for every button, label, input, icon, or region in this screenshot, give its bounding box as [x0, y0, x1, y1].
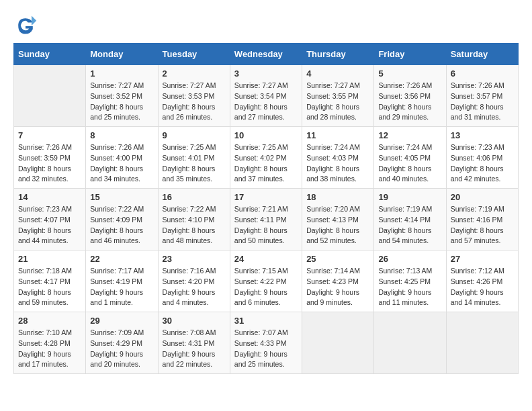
cell-content: Sunrise: 7:26 AM Sunset: 3:57 PM Dayligh… [451, 81, 514, 123]
header [13, 13, 519, 38]
day-number: 14 [18, 192, 81, 202]
cell-content: Sunrise: 7:26 AM Sunset: 3:56 PM Dayligh… [378, 81, 441, 123]
day-number: 21 [18, 254, 81, 264]
day-number: 1 [90, 68, 153, 79]
calendar-cell: 14 Sunrise: 7:23 AM Sunset: 4:07 PM Dayl… [14, 189, 86, 250]
logo [13, 13, 40, 38]
weekday-header-wednesday: Wednesday [230, 44, 302, 65]
calendar-cell: 9 Sunrise: 7:25 AM Sunset: 4:01 PM Dayli… [158, 127, 230, 189]
calendar-cell: 10 Sunrise: 7:25 AM Sunset: 4:02 PM Dayl… [230, 127, 302, 189]
cell-content: Sunrise: 7:13 AM Sunset: 4:25 PM Dayligh… [378, 266, 441, 308]
day-number: 23 [163, 254, 226, 264]
day-number: 31 [234, 316, 298, 326]
cell-content: Sunrise: 7:12 AM Sunset: 4:26 PM Dayligh… [451, 266, 514, 308]
week-row-5: 28 Sunrise: 7:10 AM Sunset: 4:28 PM Dayl… [14, 312, 519, 374]
calendar-cell: 31 Sunrise: 7:07 AM Sunset: 4:33 PM Dayl… [230, 312, 302, 374]
cell-content: Sunrise: 7:19 AM Sunset: 4:14 PM Dayligh… [378, 204, 441, 246]
calendar-cell: 25 Sunrise: 7:14 AM Sunset: 4:23 PM Dayl… [302, 250, 374, 312]
day-number: 15 [90, 192, 153, 202]
calendar-cell: 27 Sunrise: 7:12 AM Sunset: 4:26 PM Dayl… [446, 250, 518, 312]
calendar-cell: 23 Sunrise: 7:16 AM Sunset: 4:20 PM Dayl… [158, 250, 230, 312]
cell-content: Sunrise: 7:21 AM Sunset: 4:11 PM Dayligh… [234, 204, 298, 246]
calendar-table: SundayMondayTuesdayWednesdayThursdayFrid… [13, 43, 519, 374]
calendar-cell [446, 312, 518, 374]
calendar-cell: 11 Sunrise: 7:24 AM Sunset: 4:03 PM Dayl… [302, 127, 374, 189]
svg-marker-0 [32, 16, 36, 26]
week-row-2: 7 Sunrise: 7:26 AM Sunset: 3:59 PM Dayli… [14, 127, 519, 189]
calendar-cell [14, 65, 86, 127]
day-number: 25 [306, 254, 369, 264]
cell-content: Sunrise: 7:14 AM Sunset: 4:23 PM Dayligh… [306, 266, 369, 308]
cell-content: Sunrise: 7:23 AM Sunset: 4:07 PM Dayligh… [18, 204, 81, 246]
calendar-cell: 3 Sunrise: 7:27 AM Sunset: 3:54 PM Dayli… [230, 65, 302, 127]
calendar-cell: 7 Sunrise: 7:26 AM Sunset: 3:59 PM Dayli… [14, 127, 86, 189]
cell-content: Sunrise: 7:16 AM Sunset: 4:20 PM Dayligh… [163, 266, 226, 308]
calendar-cell: 19 Sunrise: 7:19 AM Sunset: 4:14 PM Dayl… [374, 189, 446, 250]
calendar-cell: 22 Sunrise: 7:17 AM Sunset: 4:19 PM Dayl… [86, 250, 158, 312]
cell-content: Sunrise: 7:24 AM Sunset: 4:05 PM Dayligh… [378, 142, 441, 185]
day-number: 28 [18, 316, 81, 326]
cell-content: Sunrise: 7:20 AM Sunset: 4:13 PM Dayligh… [306, 204, 369, 246]
cell-content: Sunrise: 7:24 AM Sunset: 4:03 PM Dayligh… [306, 142, 369, 185]
cell-content: Sunrise: 7:08 AM Sunset: 4:31 PM Dayligh… [163, 328, 226, 370]
day-number: 8 [90, 130, 153, 140]
cell-content: Sunrise: 7:09 AM Sunset: 4:29 PM Dayligh… [90, 328, 153, 370]
day-number: 13 [451, 130, 514, 140]
day-number: 30 [163, 316, 226, 326]
logo-icon [13, 13, 38, 38]
calendar-cell: 13 Sunrise: 7:23 AM Sunset: 4:06 PM Dayl… [446, 127, 518, 189]
week-row-3: 14 Sunrise: 7:23 AM Sunset: 4:07 PM Dayl… [14, 189, 519, 250]
cell-content: Sunrise: 7:22 AM Sunset: 4:09 PM Dayligh… [90, 204, 153, 246]
cell-content: Sunrise: 7:25 AM Sunset: 4:01 PM Dayligh… [163, 142, 226, 185]
day-number: 5 [378, 68, 441, 79]
cell-content: Sunrise: 7:26 AM Sunset: 3:59 PM Dayligh… [18, 142, 81, 185]
calendar-cell: 29 Sunrise: 7:09 AM Sunset: 4:29 PM Dayl… [86, 312, 158, 374]
calendar-cell: 4 Sunrise: 7:27 AM Sunset: 3:55 PM Dayli… [302, 65, 374, 127]
calendar-cell: 28 Sunrise: 7:10 AM Sunset: 4:28 PM Dayl… [14, 312, 86, 374]
calendar-cell [374, 312, 446, 374]
day-number: 2 [163, 68, 226, 79]
day-number: 19 [378, 192, 441, 202]
week-row-1: 1 Sunrise: 7:27 AM Sunset: 3:52 PM Dayli… [14, 65, 519, 127]
calendar-cell: 30 Sunrise: 7:08 AM Sunset: 4:31 PM Dayl… [158, 312, 230, 374]
calendar-cell [302, 312, 374, 374]
day-number: 16 [163, 192, 226, 202]
weekday-header-thursday: Thursday [302, 44, 374, 65]
day-number: 24 [234, 254, 298, 264]
day-number: 22 [90, 254, 153, 264]
day-number: 20 [451, 192, 514, 202]
cell-content: Sunrise: 7:22 AM Sunset: 4:10 PM Dayligh… [163, 204, 226, 246]
day-number: 4 [306, 68, 369, 79]
calendar-cell: 12 Sunrise: 7:24 AM Sunset: 4:05 PM Dayl… [374, 127, 446, 189]
day-number: 10 [234, 130, 298, 140]
day-number: 6 [451, 68, 514, 79]
calendar-cell: 24 Sunrise: 7:15 AM Sunset: 4:22 PM Dayl… [230, 250, 302, 312]
calendar-cell: 15 Sunrise: 7:22 AM Sunset: 4:09 PM Dayl… [86, 189, 158, 250]
day-number: 18 [306, 192, 369, 202]
cell-content: Sunrise: 7:15 AM Sunset: 4:22 PM Dayligh… [234, 266, 298, 308]
week-row-4: 21 Sunrise: 7:18 AM Sunset: 4:17 PM Dayl… [14, 250, 519, 312]
day-number: 27 [451, 254, 514, 264]
cell-content: Sunrise: 7:07 AM Sunset: 4:33 PM Dayligh… [234, 328, 298, 370]
weekday-header-friday: Friday [374, 44, 446, 65]
calendar-cell: 6 Sunrise: 7:26 AM Sunset: 3:57 PM Dayli… [446, 65, 518, 127]
calendar-cell: 1 Sunrise: 7:27 AM Sunset: 3:52 PM Dayli… [86, 65, 158, 127]
cell-content: Sunrise: 7:18 AM Sunset: 4:17 PM Dayligh… [18, 266, 81, 308]
cell-content: Sunrise: 7:10 AM Sunset: 4:28 PM Dayligh… [18, 328, 81, 370]
calendar-cell: 18 Sunrise: 7:20 AM Sunset: 4:13 PM Dayl… [302, 189, 374, 250]
cell-content: Sunrise: 7:27 AM Sunset: 3:52 PM Dayligh… [90, 81, 153, 123]
cell-content: Sunrise: 7:23 AM Sunset: 4:06 PM Dayligh… [451, 142, 514, 185]
calendar-cell: 5 Sunrise: 7:26 AM Sunset: 3:56 PM Dayli… [374, 65, 446, 127]
calendar-cell: 17 Sunrise: 7:21 AM Sunset: 4:11 PM Dayl… [230, 189, 302, 250]
day-number: 3 [234, 68, 298, 79]
weekday-header-row: SundayMondayTuesdayWednesdayThursdayFrid… [14, 44, 519, 65]
weekday-header-monday: Monday [86, 44, 158, 65]
cell-content: Sunrise: 7:26 AM Sunset: 4:00 PM Dayligh… [90, 142, 153, 185]
day-number: 17 [234, 192, 298, 202]
cell-content: Sunrise: 7:25 AM Sunset: 4:02 PM Dayligh… [234, 142, 298, 185]
day-number: 11 [306, 130, 369, 140]
day-number: 12 [378, 130, 441, 140]
weekday-header-saturday: Saturday [446, 44, 518, 65]
weekday-header-sunday: Sunday [14, 44, 86, 65]
calendar-cell: 21 Sunrise: 7:18 AM Sunset: 4:17 PM Dayl… [14, 250, 86, 312]
